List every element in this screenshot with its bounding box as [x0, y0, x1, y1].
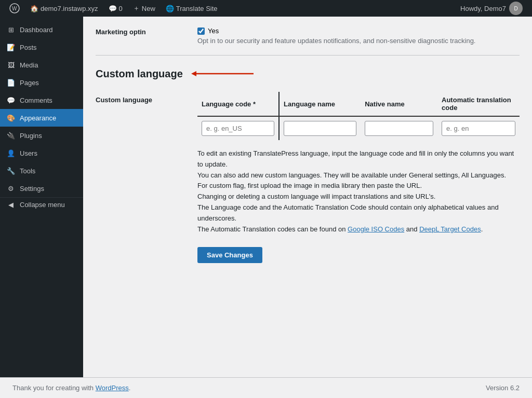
howdy-item[interactable]: Howdy, Demo7 D: [455, 2, 528, 15]
posts-icon: 📝: [6, 43, 16, 52]
footer-text: Thank you for creating with WordPress.: [12, 384, 130, 392]
media-icon: 🖼: [6, 60, 16, 70]
footer-bar: Thank you for creating with WordPress. V…: [0, 377, 532, 398]
collapse-icon: ◀: [6, 200, 16, 209]
translate-item[interactable]: 🌐 Translate Site: [161, 0, 223, 17]
howdy-text: Howdy, Demo7: [460, 5, 506, 12]
red-arrow-icon: [191, 66, 264, 81]
new-label: New: [142, 5, 155, 12]
col-native-name: Native name: [361, 92, 437, 116]
auto-translate-input[interactable]: [442, 121, 515, 136]
comments-item[interactable]: 💬 0: [103, 0, 128, 17]
svg-text:W: W: [12, 6, 17, 11]
admin-bar-right: Howdy, Demo7 D: [455, 2, 528, 15]
collapse-menu-button[interactable]: ◀ Collapse menu: [0, 197, 83, 213]
deepl-target-codes-link[interactable]: DeepL Target Codes: [419, 225, 481, 233]
avatar: D: [509, 2, 523, 15]
translate-icon: 🌐: [166, 5, 174, 12]
native-name-cell: [361, 116, 437, 140]
wp-logo-item[interactable]: W: [4, 0, 25, 17]
sidebar-label-pages: Pages: [20, 79, 39, 87]
plus-icon: ＋: [133, 4, 140, 13]
sidebar-item-pages[interactable]: 📄 Pages: [0, 74, 83, 91]
sidebar-label-comments: Comments: [20, 97, 52, 104]
custom-language-title: Custom language: [96, 68, 183, 80]
sidebar-item-comments[interactable]: 💬 Comments: [0, 91, 83, 109]
marketing-optin-checkbox-label: Yes: [208, 27, 219, 35]
tools-icon: 🔧: [6, 166, 16, 175]
sidebar-label-tools: Tools: [20, 167, 35, 175]
custom-language-table-label: Custom language: [96, 92, 189, 104]
sidebar-label-plugins: Plugins: [20, 132, 42, 140]
admin-bar-left: W 🏠 demo7.instawp.xyz 💬 0 ＋ New 🌐 Transl…: [4, 0, 455, 17]
info-text-block: To edit an existing TranslatePress langu…: [197, 148, 520, 235]
sidebar-item-users[interactable]: 👤 Users: [0, 144, 83, 162]
sidebar-label-settings: Settings: [20, 185, 44, 193]
plugins-icon: 🔌: [6, 131, 16, 140]
col-language-name: Language name: [279, 92, 361, 116]
sidebar-item-dashboard[interactable]: ⊞ Dashboard: [0, 21, 83, 38]
marketing-optin-checkbox[interactable]: [197, 28, 205, 35]
info-line-3: For custom flag, first upload the image …: [197, 181, 520, 191]
sidebar-label-users: Users: [20, 149, 37, 157]
col-auto-translate: Automatic translation code: [437, 92, 520, 116]
custom-language-table: Language code * Language name Native nam…: [197, 92, 520, 140]
section-divider: [96, 55, 520, 56]
comment-count: 0: [119, 5, 123, 12]
sidebar-label-collapse: Collapse menu: [20, 201, 65, 209]
pages-icon: 📄: [6, 78, 16, 87]
marketing-optin-label: Marketing optin: [96, 27, 189, 36]
info-line-4: Changing or deleting a custom language w…: [197, 191, 520, 202]
sidebar-label-media: Media: [20, 61, 38, 69]
dashboard-icon: ⊞: [6, 25, 16, 34]
marketing-optin-value: Yes Opt in to our security and feature u…: [197, 27, 520, 45]
comments-icon: 💬: [109, 5, 117, 12]
site-name-item[interactable]: 🏠 demo7.instawp.xyz: [25, 0, 103, 17]
native-name-input[interactable]: [365, 121, 433, 136]
language-code-cell: [197, 116, 279, 140]
language-name-input[interactable]: [284, 121, 356, 136]
marketing-optin-desc: Opt in to our security and feature updat…: [197, 37, 520, 45]
save-changes-container: Save Changes: [197, 247, 520, 263]
thank-you-text: Thank you for creating with: [12, 384, 94, 392]
info-line-2: You can also add new custom languages. T…: [197, 170, 520, 181]
main-layout: ⊞ Dashboard 📝 Posts 🖼 Media 📄 Pages 💬 Co…: [0, 17, 532, 377]
site-url: demo7.instawp.xyz: [41, 5, 98, 12]
comments-sidebar-icon: 💬: [6, 95, 16, 105]
marketing-optin-row: Marketing optin Yes Opt in to our securi…: [96, 27, 520, 45]
translate-label: Translate Site: [176, 5, 218, 12]
marketing-optin-section: Marketing optin Yes Opt in to our securi…: [96, 27, 520, 45]
sidebar-label-posts: Posts: [20, 44, 37, 51]
content-area: Marketing optin Yes Opt in to our securi…: [83, 17, 532, 377]
marketing-optin-checkbox-row: Yes: [197, 27, 520, 35]
sidebar-item-plugins[interactable]: 🔌 Plugins: [0, 127, 83, 144]
info-line-5: The Language code and the Automatic Tran…: [197, 202, 520, 224]
version-text: Version 6.2: [486, 384, 520, 392]
settings-icon: ⚙: [6, 184, 16, 193]
home-icon: 🏠: [30, 5, 38, 12]
table-row: [197, 116, 520, 140]
sidebar-item-settings[interactable]: ⚙ Settings: [0, 180, 83, 197]
auto-translate-cell: [437, 116, 520, 140]
sidebar-item-media[interactable]: 🖼 Media: [0, 56, 83, 74]
google-iso-codes-link[interactable]: Google ISO Codes: [348, 225, 404, 233]
sidebar-item-appearance[interactable]: 🎨 Appearance: [0, 109, 83, 127]
save-changes-button[interactable]: Save Changes: [197, 247, 262, 263]
sidebar-item-tools[interactable]: 🔧 Tools: [0, 162, 83, 180]
svg-marker-3: [191, 71, 196, 76]
info-line-6: The Automatic Translation codes can be f…: [197, 224, 520, 235]
language-code-input[interactable]: [202, 121, 274, 136]
custom-language-table-wrapper: Language code * Language name Native nam…: [197, 92, 520, 140]
custom-language-heading: Custom language: [96, 66, 520, 81]
language-name-cell: [279, 116, 361, 140]
sidebar-label-dashboard: Dashboard: [20, 26, 53, 34]
wp-logo-icon: W: [9, 3, 20, 13]
admin-bar: W 🏠 demo7.instawp.xyz 💬 0 ＋ New 🌐 Transl…: [0, 0, 532, 17]
custom-language-table-row: Custom language Language code * Language…: [96, 92, 520, 140]
wordpress-link[interactable]: WordPress: [96, 384, 129, 392]
users-icon: 👤: [6, 148, 16, 158]
col-language-code: Language code *: [197, 92, 279, 116]
new-item[interactable]: ＋ New: [128, 0, 161, 17]
sidebar-item-posts[interactable]: 📝 Posts: [0, 38, 83, 56]
sidebar: ⊞ Dashboard 📝 Posts 🖼 Media 📄 Pages 💬 Co…: [0, 17, 83, 377]
